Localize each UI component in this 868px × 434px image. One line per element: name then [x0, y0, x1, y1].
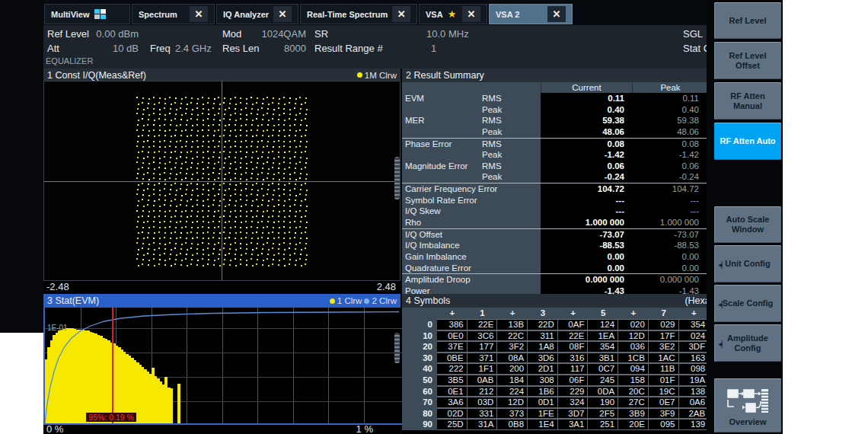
symbol-cell: 331 [468, 408, 498, 420]
result-peak: 0.06 [632, 161, 708, 172]
constellation-point [153, 97, 155, 98]
tab-multiview[interactable]: MultiView [44, 4, 130, 24]
constellation-point [192, 141, 193, 142]
constellation-point [164, 195, 166, 196]
symbol-cell: 0E7 [649, 397, 679, 408]
pane-grip-bottom[interactable] [394, 333, 400, 363]
constellation-point [261, 204, 263, 206]
constellation-point [266, 177, 268, 179]
constellation-point [143, 254, 145, 256]
setting-sgl[interactable]: SGL [683, 27, 703, 42]
constellation-point [225, 141, 226, 142]
percentile-marker-line[interactable] [112, 308, 113, 423]
constellation-point [180, 248, 182, 250]
symbols-row: 402221F12002D11170C709411B0980B9 [402, 363, 739, 375]
constellation-point [235, 104, 237, 105]
constellation-point [301, 136, 302, 137]
constellation-point [219, 205, 220, 206]
softkey-overview[interactable]: Overview [714, 378, 781, 432]
constellation-point [181, 146, 183, 148]
softkey-rf-atten-manual[interactable]: RF Atten Manual [714, 82, 781, 120]
setting-0-00-dbm[interactable]: 0.00 dBm [89, 27, 139, 42]
softkey-auto-scale-window[interactable]: Auto Scale Window [714, 206, 781, 243]
tab-close-icon[interactable]: ✕ [547, 6, 566, 22]
tab-close-icon[interactable]: ✕ [462, 6, 480, 22]
setting-att[interactable]: Att [47, 41, 59, 56]
symbol-cell: 308 [528, 375, 558, 386]
constellation-point [203, 124, 204, 126]
result-name: Amplitude Droop [402, 274, 541, 286]
constellation-point [284, 136, 286, 137]
symbol-cell: 354 [679, 319, 710, 330]
constellation-point [229, 168, 231, 169]
constellation-point [300, 238, 302, 239]
constellation-point [289, 141, 291, 142]
constellation-point [251, 108, 253, 110]
constellation-point [294, 156, 295, 158]
symbol-cell: 371 [468, 353, 498, 364]
tab-vsa-2[interactable]: VSA 2✕ [489, 4, 573, 24]
tab-real-time-spectrum[interactable]: Real-Time Spectrum✕ [300, 4, 417, 24]
constellation-point [218, 145, 219, 147]
constellation-point [142, 227, 144, 228]
constellation-point [246, 227, 247, 228]
constellation-point [142, 247, 143, 249]
setting-result-range-[interactable]: Result Range # [314, 41, 383, 56]
setting-sr[interactable]: SR [314, 27, 328, 42]
constellation-point [174, 135, 176, 136]
constellation-point [235, 177, 236, 179]
setting-10-0-mhz[interactable]: 10.0 MHz [426, 27, 469, 42]
constellation-point [214, 227, 215, 228]
panel1-header[interactable]: 1 Const I/Q(Meas&Ref) 1M Clrw [43, 69, 400, 81]
tab-close-icon[interactable]: ✕ [190, 6, 208, 22]
setting-2-4-ghz[interactable]: 2.4 GHz [175, 41, 212, 56]
constellation-point [295, 244, 297, 245]
symbol-cell: 22C [497, 330, 528, 342]
softkey-ref-level[interactable]: Ref Level [714, 2, 781, 39]
setting-ref-level[interactable]: Ref Level [47, 27, 89, 42]
setting-8000[interactable]: 8000 [249, 41, 306, 56]
constellation-point [203, 168, 204, 170]
constellation-point [284, 104, 286, 105]
setting-1024qam[interactable]: 1024QAM [249, 27, 306, 42]
setting-mod[interactable]: Mod [222, 27, 241, 42]
result-current: 48.06 [541, 126, 632, 138]
setting-1[interactable]: 1 [431, 41, 436, 56]
constellation-point [268, 200, 270, 202]
symbol-cell: 251 [588, 419, 618, 430]
constellation-plot [43, 81, 400, 281]
softkey-ref-level-offset[interactable]: Ref Level Offset [714, 42, 781, 79]
setting-10-db[interactable]: 10 dB [89, 41, 139, 56]
constellation-point [203, 189, 204, 190]
constellation-point [153, 113, 155, 114]
panel4-header[interactable]: 4 Symbols (Hexadecimal) [402, 294, 750, 308]
constellation-point [257, 210, 258, 212]
softkey-amplitude-config[interactable]: ◂|Amplitude Config [714, 324, 781, 362]
pane-grip-top[interactable] [394, 157, 400, 199]
panel2-header[interactable]: 2 Result Summary [402, 69, 750, 82]
softkey-scale-config[interactable]: ◂|Scale Config [714, 285, 781, 322]
constellation-point [230, 146, 231, 148]
result-peak: --- [632, 206, 708, 217]
constellation-point [295, 168, 296, 169]
tab-iq-analyzer[interactable]: IQ Analyzer✕ [216, 4, 298, 24]
constellation-point [235, 120, 237, 121]
constellation-point [261, 107, 263, 109]
constellation-point [185, 210, 187, 212]
result-row: Phase ErrorRMS0.080.08deg [402, 138, 750, 150]
constellation-point [299, 97, 301, 98]
constellation-point [228, 188, 230, 190]
tab-close-icon[interactable]: ✕ [392, 6, 410, 22]
softkey-unit-config[interactable]: ◂|Unit Config [714, 245, 781, 282]
tab-spectrum[interactable]: Spectrum✕ [132, 4, 215, 24]
constellation-point [197, 195, 199, 196]
constellation-point [169, 129, 171, 131]
panel3-header[interactable]: 3 Stat(EVM) 1 Clrw2 Clrw [43, 294, 400, 308]
constellation-point [224, 178, 225, 180]
constellation-point [263, 179, 264, 180]
softkey-rf-atten-auto[interactable]: RF Atten Auto [714, 123, 781, 160]
tab-close-icon[interactable]: ✕ [273, 6, 292, 22]
setting-freq[interactable]: Freq [150, 41, 171, 56]
tab-vsa[interactable]: VSA★✕ [419, 4, 487, 24]
constellation-point [176, 174, 177, 175]
